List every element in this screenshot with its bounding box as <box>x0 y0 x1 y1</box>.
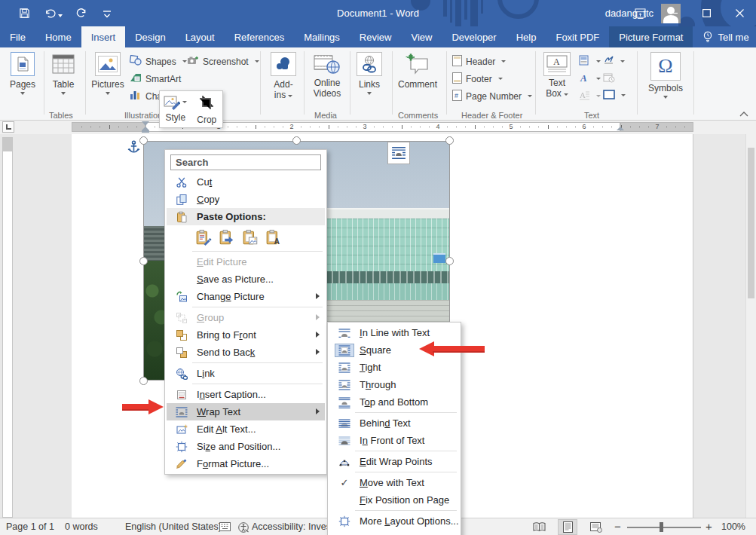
tab-picture-format[interactable]: Picture Format <box>609 26 693 47</box>
accessibility-icon[interactable] <box>238 522 249 535</box>
print-layout-icon[interactable] <box>558 519 577 535</box>
menu-item-move-with-text[interactable]: ✓Move with Text <box>329 474 459 491</box>
web-layout-icon[interactable] <box>586 519 606 535</box>
text-box-button[interactable]: A Text Box <box>540 52 574 99</box>
first-line-indent-marker[interactable] <box>142 121 149 126</box>
resize-handle-bottom-left[interactable] <box>139 377 148 385</box>
crop-button[interactable]: Crop <box>191 91 223 127</box>
menu-item-top-and-bottom[interactable]: Top and Bottom <box>329 393 459 411</box>
save-icon[interactable] <box>17 6 32 21</box>
paste-merge-formatting-icon[interactable] <box>218 228 236 246</box>
tab-foxit-pdf[interactable]: Foxit PDF <box>546 26 609 47</box>
screenshot-button[interactable]: Screenshot <box>187 55 259 68</box>
menu-item-send-to-back[interactable]: Send to Back <box>167 344 325 361</box>
footer-button[interactable]: Footer <box>452 72 503 86</box>
menu-item-in-front-of-text[interactable]: In Front of Text <box>329 432 459 449</box>
tab-layout[interactable]: Layout <box>176 26 225 47</box>
undo-icon[interactable] <box>42 6 63 21</box>
resize-handle-top-right[interactable] <box>445 136 454 145</box>
menu-item-size-and-position[interactable]: Size and Position... <box>167 438 325 455</box>
minimize-icon[interactable] <box>657 0 690 26</box>
tab-file[interactable]: File <box>0 26 35 47</box>
vertical-scrollbar[interactable] <box>745 134 756 518</box>
menu-item-cut[interactable]: Cut <box>167 173 325 191</box>
maximize-icon[interactable] <box>690 0 723 26</box>
drop-cap-button[interactable]: A <box>579 90 601 102</box>
collapse-ribbon-icon[interactable] <box>739 109 748 118</box>
menu-item-fix-position-on-page[interactable]: Fix Position on Page <box>329 491 459 509</box>
quick-parts-button[interactable] <box>579 55 601 68</box>
scrollbar-thumb[interactable] <box>748 148 754 298</box>
symbols-button[interactable]: Ω Symbols <box>644 52 687 99</box>
signature-line-button[interactable] <box>603 55 625 68</box>
ribbon-display-options-icon[interactable] <box>623 0 657 26</box>
menu-item-bring-to-front[interactable]: Bring to Front <box>167 326 325 344</box>
layout-options-button[interactable] <box>387 142 410 164</box>
resize-handle-top-left[interactable] <box>139 136 148 145</box>
menu-item-change-picture[interactable]: Change Picture <box>167 288 325 305</box>
tab-review[interactable]: Review <box>350 26 402 47</box>
menu-item-insert-caption[interactable]: Insert Caption... <box>167 386 325 403</box>
language-indicator[interactable]: English (United States) <box>125 521 222 532</box>
tab-mailings[interactable]: Mailings <box>294 26 350 47</box>
tab-references[interactable]: References <box>225 26 294 47</box>
pictures-button[interactable]: Pictures <box>89 52 127 95</box>
comment-button[interactable]: Comment <box>395 52 440 90</box>
online-videos-button[interactable]: Online Videos <box>307 52 347 99</box>
resize-handle-middle-left[interactable] <box>139 257 148 265</box>
header-button[interactable]: Header <box>452 55 506 69</box>
paste-as-picture-icon[interactable] <box>241 228 259 246</box>
zoom-out-button[interactable]: − <box>614 520 621 533</box>
menu-item-set-as-default-layout[interactable]: Set as Default Layout <box>329 530 459 535</box>
zoom-in-button[interactable]: + <box>705 520 712 533</box>
menu-item-edit-wrap-points[interactable]: Edit Wrap Points <box>329 453 459 470</box>
shapes-button[interactable]: Shapes <box>130 55 187 68</box>
wordart-button[interactable]: A <box>579 72 601 85</box>
smartart-button[interactable]: SmartArt <box>130 72 181 85</box>
style-button[interactable]: Style <box>160 91 191 127</box>
add-ins-button[interactable]: Add- ins <box>265 52 301 100</box>
redo-icon[interactable] <box>74 6 89 21</box>
resize-handle-middle-right[interactable] <box>445 257 454 265</box>
macro-record-icon[interactable] <box>219 522 231 533</box>
zoom-slider-handle[interactable] <box>660 522 663 532</box>
date-time-button[interactable] <box>603 72 615 85</box>
close-icon[interactable] <box>723 0 756 26</box>
tab-insert[interactable]: Insert <box>81 26 126 47</box>
menu-item-format-picture[interactable]: Format Picture... <box>167 455 325 472</box>
page-indicator[interactable]: Page 1 of 1 <box>6 521 54 532</box>
pages-button[interactable]: Pages <box>6 52 39 95</box>
tab-view[interactable]: View <box>401 26 442 47</box>
tab-home[interactable]: Home <box>35 26 81 47</box>
zoom-slider-track[interactable] <box>627 527 701 528</box>
paste-keep-source-formatting-icon[interactable] <box>194 228 213 246</box>
zoom-level[interactable]: 100% <box>721 521 745 532</box>
menu-item-link[interactable]: Link <box>167 365 325 382</box>
right-indent-marker[interactable] <box>617 127 624 130</box>
links-button[interactable]: Links <box>353 52 386 95</box>
object-button[interactable] <box>603 90 626 102</box>
vertical-ruler[interactable] <box>2 137 13 518</box>
resize-handle-top-center[interactable] <box>292 136 301 145</box>
tab-tell-me[interactable]: Tell me <box>693 26 756 47</box>
horizontal-ruler[interactable]: 1234567 <box>0 122 756 132</box>
menu-item-paste-options[interactable]: Paste Options: <box>167 208 325 225</box>
menu-item-through[interactable]: Through <box>329 376 459 393</box>
menu-item-tight[interactable]: Tight <box>329 359 459 376</box>
menu-item-behind-text[interactable]: Behind Text <box>329 414 459 432</box>
table-button[interactable]: Table <box>47 52 80 95</box>
menu-item-wrap-text[interactable]: Wrap Text <box>167 403 325 420</box>
tab-developer[interactable]: Developer <box>442 26 506 47</box>
menu-item-in-line-with-text[interactable]: In Line with Text <box>329 324 459 341</box>
left-indent-marker[interactable] <box>142 130 149 133</box>
customize-qat-icon[interactable] <box>99 6 115 21</box>
menu-item-copy[interactable]: Copy <box>167 191 325 208</box>
menu-item-save-as-picture[interactable]: Save as Picture... <box>167 271 325 288</box>
context-menu-search-input[interactable] <box>170 154 321 170</box>
menu-item-edit-alt-text[interactable]: ★Edit Alt Text... <box>167 420 325 438</box>
tab-design[interactable]: Design <box>125 26 175 47</box>
tab-help[interactable]: Help <box>507 26 546 47</box>
read-mode-icon[interactable] <box>529 519 549 535</box>
menu-item-more-layout-options[interactable]: More Layout Options... <box>329 512 459 530</box>
accessibility-status[interactable]: Accessibility: Inves <box>252 521 331 532</box>
